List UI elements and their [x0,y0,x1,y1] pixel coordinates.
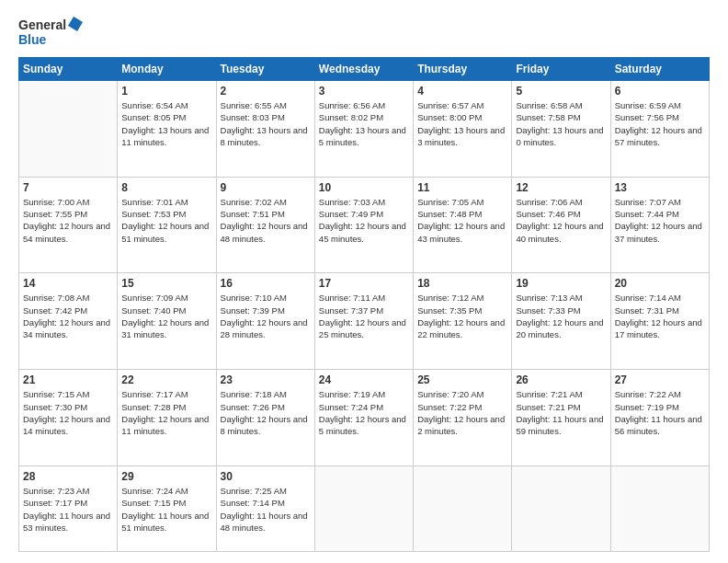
cell-2-1: 15Sunrise: 7:09 AM Sunset: 7:40 PM Dayli… [118,273,216,370]
day-number: 6 [615,85,705,98]
cell-3-5: 26Sunrise: 7:21 AM Sunset: 7:21 PM Dayli… [512,370,610,466]
cell-3-4: 25Sunrise: 7:20 AM Sunset: 7:22 PM Dayli… [414,370,512,466]
cell-3-0: 21Sunrise: 7:15 AM Sunset: 7:30 PM Dayli… [19,370,118,466]
day-info: Sunrise: 7:14 AM Sunset: 7:31 PM Dayligh… [615,292,705,340]
day-info: Sunrise: 7:17 AM Sunset: 7:28 PM Dayligh… [121,388,211,437]
day-number: 10 [319,181,409,194]
day-number: 29 [121,470,211,483]
day-number: 16 [221,277,311,290]
day-info: Sunrise: 7:22 AM Sunset: 7:19 PM Dayligh… [615,388,705,437]
cell-4-3 [314,465,413,551]
cell-1-0: 7Sunrise: 7:00 AM Sunset: 7:55 PM Daylig… [19,177,118,273]
cell-1-5: 12Sunrise: 7:06 AM Sunset: 7:46 PM Dayli… [512,177,610,273]
cell-2-4: 18Sunrise: 7:12 AM Sunset: 7:35 PM Dayli… [414,273,512,370]
day-number: 19 [516,277,606,290]
cell-0-1: 1Sunrise: 6:54 AM Sunset: 8:05 PM Daylig… [118,81,216,178]
cell-1-4: 11Sunrise: 7:05 AM Sunset: 7:48 PM Dayli… [414,177,512,273]
day-number: 11 [417,181,507,194]
week-row-1: 1Sunrise: 6:54 AM Sunset: 8:05 PM Daylig… [19,81,710,178]
day-info: Sunrise: 7:23 AM Sunset: 7:17 PM Dayligh… [23,485,113,534]
day-info: Sunrise: 7:19 AM Sunset: 7:24 PM Dayligh… [319,388,409,437]
cell-3-6: 27Sunrise: 7:22 AM Sunset: 7:19 PM Dayli… [610,370,709,466]
day-number: 7 [23,181,113,194]
cell-2-6: 20Sunrise: 7:14 AM Sunset: 7:31 PM Dayli… [610,273,709,370]
cell-3-1: 22Sunrise: 7:17 AM Sunset: 7:28 PM Dayli… [118,370,216,466]
cell-1-1: 8Sunrise: 7:01 AM Sunset: 7:53 PM Daylig… [118,177,216,273]
cell-4-4 [414,465,512,551]
day-info: Sunrise: 7:08 AM Sunset: 7:42 PM Dayligh… [23,292,113,340]
week-row-4: 21Sunrise: 7:15 AM Sunset: 7:30 PM Dayli… [19,370,710,466]
day-number: 12 [516,181,606,194]
day-info: Sunrise: 6:54 AM Sunset: 8:05 PM Dayligh… [121,99,211,148]
day-number: 1 [121,85,211,98]
day-info: Sunrise: 7:01 AM Sunset: 7:53 PM Dayligh… [121,196,211,245]
header-saturday: Saturday [610,58,709,81]
week-row-3: 14Sunrise: 7:08 AM Sunset: 7:42 PM Dayli… [19,273,710,370]
cell-4-6 [610,465,709,551]
day-number: 13 [615,181,705,194]
svg-marker-2 [68,17,83,31]
header-wednesday: Wednesday [314,58,413,81]
day-number: 3 [319,85,409,98]
cell-2-5: 19Sunrise: 7:13 AM Sunset: 7:33 PM Dayli… [512,273,610,370]
day-number: 4 [417,85,507,98]
day-info: Sunrise: 7:12 AM Sunset: 7:35 PM Dayligh… [417,292,507,340]
day-number: 30 [221,470,311,483]
cell-4-2: 30Sunrise: 7:25 AM Sunset: 7:14 PM Dayli… [216,465,314,551]
day-info: Sunrise: 6:58 AM Sunset: 7:58 PM Dayligh… [516,99,606,148]
cell-0-3: 3Sunrise: 6:56 AM Sunset: 8:02 PM Daylig… [314,81,413,178]
day-number: 27 [615,373,705,386]
cell-0-4: 4Sunrise: 6:57 AM Sunset: 8:00 PM Daylig… [414,81,512,178]
cell-1-3: 10Sunrise: 7:03 AM Sunset: 7:49 PM Dayli… [314,177,413,273]
logo: General Blue [18,15,83,48]
day-number: 9 [221,181,311,194]
cell-4-0: 28Sunrise: 7:23 AM Sunset: 7:17 PM Dayli… [19,465,118,551]
day-info: Sunrise: 6:57 AM Sunset: 8:00 PM Dayligh… [417,99,507,148]
week-row-2: 7Sunrise: 7:00 AM Sunset: 7:55 PM Daylig… [19,177,710,273]
day-info: Sunrise: 7:10 AM Sunset: 7:39 PM Dayligh… [221,292,311,340]
day-number: 15 [121,277,211,290]
cell-4-5 [512,465,610,551]
header-monday: Monday [118,58,216,81]
day-number: 25 [417,373,507,386]
day-number: 24 [319,373,409,386]
cell-1-2: 9Sunrise: 7:02 AM Sunset: 7:51 PM Daylig… [216,177,314,273]
day-number: 28 [23,470,113,483]
svg-text:General: General [18,17,66,32]
cell-3-3: 24Sunrise: 7:19 AM Sunset: 7:24 PM Dayli… [314,370,413,466]
calendar-table: SundayMondayTuesdayWednesdayThursdayFrid… [18,57,710,552]
header-tuesday: Tuesday [216,58,314,81]
cell-3-2: 23Sunrise: 7:18 AM Sunset: 7:26 PM Dayli… [216,370,314,466]
day-info: Sunrise: 6:56 AM Sunset: 8:02 PM Dayligh… [319,99,409,148]
day-info: Sunrise: 7:11 AM Sunset: 7:37 PM Dayligh… [319,292,409,340]
header-sunday: Sunday [19,58,118,81]
day-number: 21 [23,373,113,386]
day-info: Sunrise: 7:20 AM Sunset: 7:22 PM Dayligh… [417,388,507,437]
day-number: 5 [516,85,606,98]
header-friday: Friday [512,58,610,81]
cell-0-2: 2Sunrise: 6:55 AM Sunset: 8:03 PM Daylig… [216,81,314,178]
cell-0-5: 5Sunrise: 6:58 AM Sunset: 7:58 PM Daylig… [512,81,610,178]
day-info: Sunrise: 7:03 AM Sunset: 7:49 PM Dayligh… [319,196,409,245]
day-number: 17 [319,277,409,290]
day-info: Sunrise: 7:02 AM Sunset: 7:51 PM Dayligh… [221,196,311,245]
cell-2-2: 16Sunrise: 7:10 AM Sunset: 7:39 PM Dayli… [216,273,314,370]
day-number: 23 [221,373,311,386]
day-number: 26 [516,373,606,386]
day-info: Sunrise: 7:07 AM Sunset: 7:44 PM Dayligh… [615,196,705,245]
cell-4-1: 29Sunrise: 7:24 AM Sunset: 7:15 PM Dayli… [118,465,216,551]
cell-0-0 [19,81,118,178]
day-info: Sunrise: 7:25 AM Sunset: 7:14 PM Dayligh… [221,485,311,534]
day-number: 22 [121,373,211,386]
day-info: Sunrise: 6:59 AM Sunset: 7:56 PM Dayligh… [615,99,705,148]
header-thursday: Thursday [414,58,512,81]
svg-text:Blue: Blue [18,32,47,47]
day-info: Sunrise: 7:09 AM Sunset: 7:40 PM Dayligh… [121,292,211,340]
day-number: 18 [417,277,507,290]
week-row-5: 28Sunrise: 7:23 AM Sunset: 7:17 PM Dayli… [19,465,710,551]
day-info: Sunrise: 7:06 AM Sunset: 7:46 PM Dayligh… [516,196,606,245]
cell-2-0: 14Sunrise: 7:08 AM Sunset: 7:42 PM Dayli… [19,273,118,370]
logo-svg: General Blue [18,15,83,48]
day-info: Sunrise: 7:24 AM Sunset: 7:15 PM Dayligh… [121,485,211,534]
page-header: General Blue [18,15,710,48]
